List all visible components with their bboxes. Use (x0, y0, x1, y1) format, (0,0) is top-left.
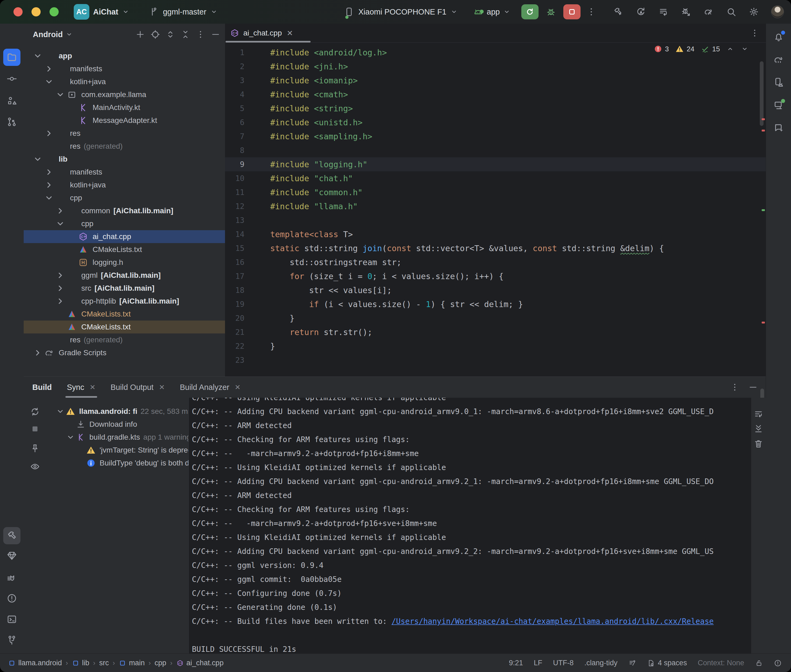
tree-item-res[interactable]: res(generated) (24, 333, 225, 346)
search-icon[interactable] (726, 6, 736, 17)
code-line-5[interactable]: 5#include <string> (225, 101, 766, 115)
expand-all-icon[interactable] (165, 29, 175, 40)
build-tree-item[interactable]: llama.android: fi22 sec, 583 ms (55, 405, 192, 418)
chevron-down-icon[interactable] (55, 218, 66, 229)
stop-button[interactable] (563, 4, 581, 19)
pin-icon[interactable] (30, 443, 40, 454)
code-line-2[interactable]: 2#include <jni.h> (225, 59, 766, 74)
error-stripe-mark[interactable] (762, 118, 765, 120)
build-console[interactable]: C/C++: -- Using KleidiAI optimized kerne… (188, 398, 751, 654)
tool-stripe-terminal-button[interactable] (3, 611, 21, 628)
tool-stripe-more-horizontal-button[interactable] (3, 133, 21, 150)
scroll-to-end-icon[interactable] (753, 424, 764, 434)
code-line-19[interactable]: 19 if (i < values.size() - 1) { str << d… (225, 297, 766, 311)
code-line-21[interactable]: 21 return str.str(); (225, 325, 766, 339)
build-options-icon[interactable] (730, 382, 740, 392)
chevron-down-icon[interactable] (32, 51, 43, 61)
tree-item-logging-h[interactable]: logging.h (24, 256, 225, 269)
tree-item-common[interactable]: common[AiChat.lib.main] (24, 204, 225, 217)
build-tree-item[interactable]: Download info (66, 418, 137, 430)
code-line-23[interactable]: 23 (225, 353, 766, 367)
close-tab-icon[interactable]: ✕ (159, 383, 165, 392)
breadcrumb-item-ai-chat-cpp[interactable]: Cai_chat.cpp (176, 659, 224, 667)
breadcrumb-item-main[interactable]: main (119, 659, 145, 667)
settings-gear-icon[interactable] (748, 6, 759, 17)
code-line-13[interactable]: 13 (225, 213, 766, 227)
code-line-14[interactable]: 14template<class T> (225, 227, 766, 241)
rerun-button[interactable] (521, 4, 539, 19)
tool-stripe-resource-gem-button[interactable] (3, 547, 21, 565)
breadcrumb-item-src[interactable]: src (99, 659, 109, 667)
build-tab-sync[interactable]: Sync✕ (67, 377, 96, 398)
tool-stripe-build-hammer-button[interactable] (3, 527, 21, 544)
build-tree-item[interactable]: 'jvmTarget: String' is deprec (76, 444, 192, 456)
tool-stripe-logcat-cat-button[interactable] (3, 570, 21, 587)
chevron-right-icon[interactable] (55, 296, 66, 307)
attach-debugger-icon[interactable] (681, 6, 692, 17)
chevron-down-icon[interactable] (32, 154, 43, 165)
tool-stripe-gradle-elephant-button[interactable] (770, 51, 787, 68)
refresh-icon[interactable] (30, 406, 40, 417)
build-tab-build-output[interactable]: Build Output✕ (111, 377, 165, 398)
run-configuration-selector[interactable]: app (473, 6, 510, 17)
status-item-inspections-off[interactable] (628, 659, 636, 667)
close-tab-icon[interactable]: ✕ (90, 383, 96, 392)
project-view-selector[interactable]: Android (33, 30, 63, 39)
status-item-context-none[interactable]: Context: None (698, 659, 744, 667)
tree-item-app[interactable]: app (24, 50, 225, 62)
change-stripe-mark[interactable] (762, 209, 765, 211)
tree-item-cmakelists-txt[interactable]: CMakeLists.txt (24, 320, 225, 333)
stop-square-icon[interactable] (30, 424, 40, 434)
status-item-9-21[interactable]: 9:21 (509, 659, 523, 667)
tree-item-manifests[interactable]: manifests (24, 62, 225, 75)
tree-item-src[interactable]: src[AiChat.lib.main] (24, 282, 225, 295)
code-line-10[interactable]: 10#include "chat.h" (225, 171, 766, 185)
code-line-3[interactable]: 3#include <iomanip> (225, 74, 766, 87)
build-tree-item[interactable]: build.gradle.ktsapp 1 warning (66, 431, 191, 443)
code-line-15[interactable]: 15static std::string join(const std::vec… (225, 241, 766, 255)
tree-item-res[interactable]: res(generated) (24, 140, 225, 153)
tree-item-cmakelists-txt[interactable]: CMakeLists.txt (24, 243, 225, 256)
vcs-branch-widget[interactable]: ggml-master (148, 6, 217, 17)
breadcrumb-item-cpp[interactable]: cpp (154, 659, 166, 667)
chevron-right-icon[interactable] (32, 347, 43, 358)
device-selector[interactable]: Xiaomi POCOPHONE F1 (344, 6, 457, 17)
tree-item-ai-chat-cpp[interactable]: Cai_chat.cpp (24, 230, 225, 243)
maximize-window-button[interactable] (50, 7, 59, 16)
editor-options-icon[interactable] (749, 28, 760, 38)
tab-ai-chat-cpp[interactable]: C ai_chat.cpp ✕ (225, 24, 300, 43)
tree-item-lib[interactable]: lib (24, 153, 225, 166)
tool-stripe-project-folder-button[interactable] (3, 49, 21, 66)
chevron-right-icon[interactable] (43, 167, 55, 178)
build-window-title[interactable]: Build (32, 383, 52, 392)
sync-code-icon[interactable] (635, 6, 646, 17)
chevron-down-icon[interactable] (55, 89, 66, 100)
code-line-20[interactable]: 20 } (225, 311, 766, 325)
status-item-utf-8[interactable]: UTF-8 (553, 659, 574, 667)
console-file-link[interactable]: /Users/hanyin/Workspace/ai-chat/examples… (391, 617, 714, 626)
code-line-18[interactable]: 18 str << values[i]; (225, 283, 766, 297)
chevron-down-icon[interactable] (66, 30, 73, 38)
clear-trash-icon[interactable] (753, 438, 764, 449)
tree-item-manifests[interactable]: manifests (24, 166, 225, 179)
error-stripe-mark[interactable] (762, 130, 765, 131)
tree-item-gradle-scripts[interactable]: Gradle Scripts (24, 346, 225, 359)
code-line-17[interactable]: 17 for (size_t i = 0; i < values.size();… (225, 269, 766, 283)
more-vertical-icon[interactable] (196, 29, 205, 40)
tool-stripe-notifications-bell-button[interactable] (770, 29, 787, 46)
status-item-4-spaces[interactable]: 4 spaces (647, 659, 687, 667)
project-widget[interactable]: AC AiChat (74, 4, 130, 20)
build-hammer-run-icon[interactable] (613, 6, 624, 17)
tool-stripe-pull-request-button[interactable] (3, 113, 21, 130)
code-line-9[interactable]: 9#include "logging.h" (225, 157, 766, 171)
add-plus-icon[interactable] (135, 29, 145, 40)
minimize-window-button[interactable] (32, 7, 41, 16)
tree-item-cpp-httplib[interactable]: cpp-httplib[AiChat.lib.main] (24, 295, 225, 308)
prev-issue-icon[interactable] (727, 45, 734, 53)
tree-item-cpp[interactable]: cpp (24, 192, 225, 204)
code-line-12[interactable]: 12#include "llama.h" (225, 199, 766, 213)
chevron-down-icon[interactable] (66, 432, 75, 443)
user-avatar[interactable] (771, 5, 784, 18)
breadcrumb-item-llama-android[interactable]: llama.android (8, 659, 62, 667)
status-item-error-outline[interactable] (774, 659, 782, 667)
